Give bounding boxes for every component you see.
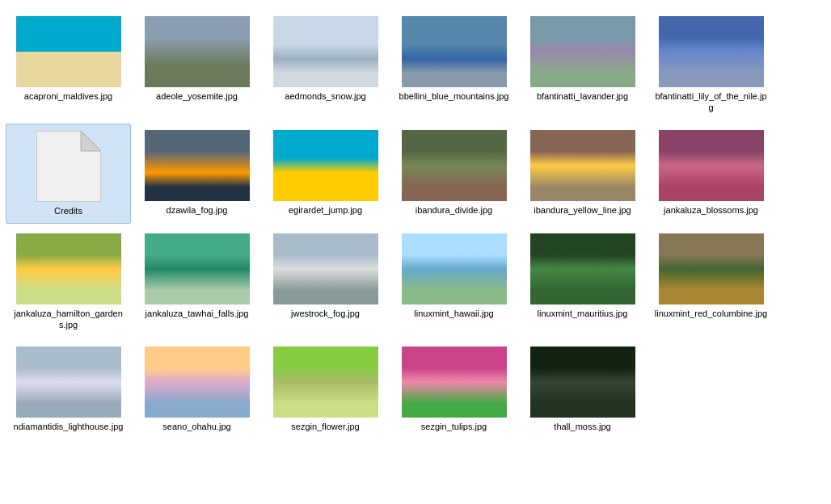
thumbnail-image [16,233,121,304]
thumbnail-image [659,16,764,87]
file-label: ndiamantidis_lighthouse.jpg [14,421,124,432]
thumbnail-wrapper [530,130,635,201]
thumbnail-wrapper [273,130,378,201]
file-item-bfantinatti_lily_of_the_nile[interactable]: bfantinatti_lily_of_the_nile.jpg [648,10,774,120]
file-label: ibandura_divide.jpg [416,204,492,216]
thumbnail-image [145,346,250,418]
file-item-dzawila_fog[interactable]: dzawila_fog.jpg [134,124,259,224]
file-item-jwestrock_fog[interactable]: jwestrock_fog.jpg [263,227,388,338]
file-label: Credits [54,205,82,216]
file-label: adeole_yosemite.jpg [156,90,238,102]
file-item-adeole_yosemite[interactable]: adeole_yosemite.jpg [134,10,259,120]
thumbnail-wrapper [16,346,121,418]
file-label: bbellini_blue_mountains.jpg [399,90,509,102]
file-label: jwestrock_fog.jpg [291,308,360,319]
thumbnail-wrapper [273,346,378,418]
file-item-sezgin_tulips[interactable]: sezgin_tulips.jpg [391,340,517,439]
file-label: linuxmint_hawaii.jpg [414,308,493,319]
file-item-credits[interactable]: Credits [6,124,131,224]
thumbnail-wrapper [145,16,250,87]
file-label: jankaluza_hamilton_gardens.jpg [12,308,125,331]
file-label: bfantinatti_lily_of_the_nile.jpg [655,90,768,114]
thumbnail-wrapper [16,233,121,304]
file-item-ndiamantidis_lighthouse[interactable]: ndiamantidis_lighthouse.jpg [6,340,131,439]
thumbnail-wrapper [273,16,378,87]
thumbnail-image [659,233,764,304]
thumbnail-wrapper [402,233,507,304]
thumbnail-image [273,346,378,418]
file-label: sezgin_tulips.jpg [421,421,487,432]
thumbnail-image [273,130,378,201]
file-item-acaproni_maldives[interactable]: acaproni_maldives.jpg [6,10,131,120]
thumbnail-image [530,16,635,87]
file-item-linuxmint_mauritius[interactable]: linuxmint_mauritius.jpg [520,227,645,338]
thumbnail-wrapper [530,346,635,418]
file-label: linuxmint_mauritius.jpg [538,308,628,319]
thumbnail-image [402,233,507,304]
file-label: egirardet_jump.jpg [289,204,362,216]
file-label: jankaluza_tawhai_falls.jpg [146,308,249,319]
thumbnail-wrapper [16,16,121,87]
file-label: dzawila_fog.jpg [167,204,228,216]
file-label: aedmonds_snow.jpg [285,90,365,102]
file-label: thall_moss.jpg [554,421,610,432]
thumbnail-image [16,16,121,87]
thumbnail-wrapper [273,233,378,304]
file-item-ibandura_yellow_line[interactable]: ibandura_yellow_line.jpg [520,124,645,224]
file-item-aedmonds_snow[interactable]: aedmonds_snow.jpg [263,10,388,120]
thumbnail-image [530,233,635,304]
thumbnail-wrapper [402,16,507,87]
thumbnail-wrapper [659,16,764,87]
thumbnail-wrapper [145,130,250,201]
thumbnail-wrapper [16,131,121,202]
file-label: bfantinatti_lavander.jpg [537,90,628,102]
file-item-egirardet_jump[interactable]: egirardet_jump.jpg [263,124,388,224]
file-grid: acaproni_maldives.jpgadeole_yosemite.jpg… [0,0,831,449]
thumbnail-image [145,233,250,304]
thumbnail-wrapper [659,233,764,304]
thumbnail-wrapper [145,233,250,304]
file-item-bfantinatti_lavander[interactable]: bfantinatti_lavander.jpg [520,10,645,120]
file-label: acaproni_maldives.jpg [24,90,112,102]
file-item-jankaluza_tawhai_falls[interactable]: jankaluza_tawhai_falls.jpg [134,227,259,338]
thumbnail-image [659,130,764,201]
file-item-linuxmint_hawaii[interactable]: linuxmint_hawaii.jpg [391,227,517,338]
thumbnail-image [145,130,250,201]
file-item-thall_moss[interactable]: thall_moss.jpg [520,340,645,439]
thumbnail-wrapper [530,16,635,87]
thumbnail-image [530,346,635,418]
file-item-jankaluza_blossoms[interactable]: jankaluza_blossoms.jpg [648,124,774,224]
svg-marker-1 [81,131,101,151]
thumbnail-wrapper [659,130,764,201]
file-label: ibandura_yellow_line.jpg [534,204,631,216]
file-item-sezgin_flower[interactable]: sezgin_flower.jpg [263,340,388,439]
file-item-bbellini_blue_mountains[interactable]: bbellini_blue_mountains.jpg [391,10,517,120]
thumbnail-wrapper [530,233,635,304]
thumbnail-image [402,346,507,418]
file-label: linuxmint_red_columbine.jpg [655,308,767,319]
file-item-ibandura_divide[interactable]: ibandura_divide.jpg [391,124,517,224]
thumbnail-image [273,233,378,304]
thumbnail-image [145,16,250,87]
file-label: sezgin_flower.jpg [291,421,359,432]
thumbnail-image [273,16,378,87]
file-label: seano_ohahu.jpg [162,421,230,432]
file-item-linuxmint_red_columbine[interactable]: linuxmint_red_columbine.jpg [648,227,774,338]
file-item-seano_ohahu[interactable]: seano_ohahu.jpg [134,340,259,439]
doc-icon [36,131,101,202]
thumbnail-wrapper [145,346,250,418]
thumbnail-image [402,130,507,201]
file-label: jankaluza_blossoms.jpg [664,204,758,216]
thumbnail-image [16,346,121,418]
thumbnail-image [402,16,507,87]
file-item-jankaluza_hamilton_gardens[interactable]: jankaluza_hamilton_gardens.jpg [6,227,131,338]
thumbnail-wrapper [402,130,507,201]
thumbnail-wrapper [402,346,507,418]
thumbnail-image [530,130,635,201]
